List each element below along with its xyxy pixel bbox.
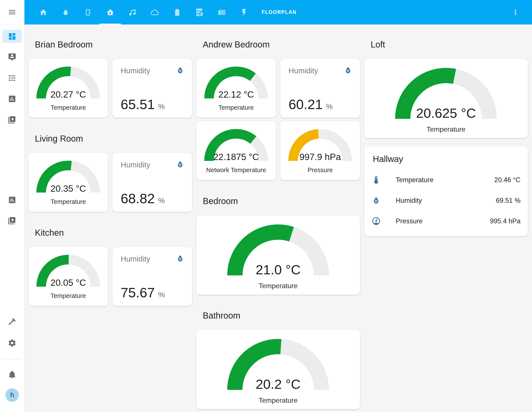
gauge-card-brian-temperature[interactable]: 20.27 °C Temperature (28, 59, 108, 118)
history-chart-box-icon (8, 196, 17, 204)
gauge-label: Temperature (28, 104, 108, 111)
sensor-title: Humidity (121, 255, 150, 263)
entity-name: Humidity (396, 197, 496, 205)
gauge-label: Temperature (28, 292, 108, 299)
entity-row-humidity[interactable]: Humidity 69.51 % (371, 190, 521, 211)
tab-home[interactable] (32, 0, 54, 25)
section-title-bedroom: Bedroom (203, 194, 360, 208)
media-play-box-icon (8, 216, 17, 225)
gauge-card-bathroom-temperature[interactable]: 20.2 °C Temperature (196, 330, 360, 409)
app-header: FLOORPLAN (24, 0, 532, 25)
sensor-unit: % (326, 102, 333, 111)
gauge-card-bedroom-temperature[interactable]: 21.0 °C Temperature (196, 215, 360, 295)
entity-rows: Temperature 20.46 °C Humidity 69.51 % (371, 170, 521, 231)
gauge-label: Temperature (28, 198, 108, 205)
tab-weather[interactable] (144, 0, 166, 25)
card-row: 22.12 °C Temperature Humidity 60.21 % (196, 59, 360, 118)
temperature-gauge: 21.0 °C (227, 225, 329, 275)
temperature-gauge: 20.35 °C (36, 161, 100, 193)
gauge-card-loft-temperature[interactable]: 20.625 °C Temperature (364, 59, 528, 138)
tab-nas[interactable] (210, 0, 233, 25)
server-security-icon (195, 8, 204, 17)
tab-door[interactable] (77, 0, 99, 25)
sensor-unit: % (158, 290, 165, 299)
sidebar-bottom-divider (2, 359, 22, 359)
notifications-button[interactable] (5, 367, 19, 382)
water-percent-icon (371, 196, 381, 205)
sensor-card-andrew-humidity[interactable]: Humidity 60.21 % (280, 59, 360, 118)
sensor-card-brian-humidity[interactable]: Humidity 65.51 % (113, 59, 192, 118)
network-temperature-gauge: 22.1875 °C (204, 129, 268, 161)
sensor-value: 60.21 (288, 97, 323, 112)
section-title-living-room: Living Room (35, 132, 192, 146)
section-title-andrew-bedroom: Andrew Bedroom (203, 38, 360, 51)
temperature-gauge: 20.625 °C (395, 68, 497, 119)
lightning-bolt-icon (240, 8, 248, 17)
temperature-gauge: 20.2 °C (227, 339, 329, 390)
sensor-value-row: 68.82 % (121, 191, 165, 206)
entities-card-hallway: Hallway Temperature 20.46 °C Humidity (364, 146, 528, 236)
sensor-card-living-humidity[interactable]: Humidity 68.82 % (113, 153, 192, 212)
sidebar-item-media-browser[interactable] (5, 112, 19, 127)
sidebar-item-history[interactable] (5, 92, 19, 106)
sensor-unit: % (158, 102, 165, 111)
gauge-label: Temperature (196, 282, 360, 290)
sensor-card-header: Humidity (113, 59, 192, 76)
gauge-card-andrew-pressure[interactable]: 997.9 hPa Pressure (280, 121, 360, 180)
home-assistant-app: h (0, 0, 532, 412)
thermometer-icon (371, 175, 381, 185)
column-2: Andrew Bedroom 22.12 °C Temperature Humi… (196, 25, 360, 412)
sensor-unit: % (158, 196, 165, 205)
cloud-icon (151, 8, 159, 17)
tab-energy[interactable] (233, 0, 255, 25)
gauge-card-kitchen-temperature[interactable]: 20.05 °C Temperature (28, 247, 108, 306)
sensor-card-kitchen-humidity[interactable]: Humidity 75.67 % (113, 247, 192, 306)
entity-value: 69.51 % (496, 197, 521, 205)
tab-music[interactable] (121, 0, 144, 25)
water-percent-icon (176, 254, 185, 264)
nas-icon (218, 8, 226, 17)
gauge-value: 22.1875 °C (204, 152, 268, 162)
sidebar-item-history-2[interactable] (5, 193, 19, 207)
entity-row-pressure[interactable]: Pressure 995.4 hPa (371, 211, 521, 231)
sidebar-item-map[interactable] (5, 50, 19, 64)
sidebar-item-logbook[interactable] (5, 71, 19, 85)
water-percent-icon (176, 160, 185, 170)
sensor-title: Humidity (121, 66, 150, 75)
sensor-title: Humidity (121, 160, 150, 169)
hamburger-menu-button[interactable] (5, 5, 19, 19)
gauge-card-andrew-temperature[interactable]: 22.12 °C Temperature (196, 59, 276, 118)
entities-card-title: Hallway (371, 146, 521, 164)
sidebar-item-overview[interactable] (2, 30, 22, 43)
home-thermometer-icon (106, 8, 114, 17)
media-play-box-icon (8, 115, 17, 124)
tab-battery[interactable] (166, 0, 188, 25)
section-title-kitchen: Kitchen (35, 226, 192, 240)
home-icon (39, 8, 48, 17)
water-drop-icon (62, 8, 70, 17)
sidebar-item-media-browser-2[interactable] (5, 213, 19, 227)
sidebar-item-developer-tools[interactable] (5, 314, 19, 329)
entity-value: 995.4 hPa (490, 217, 521, 225)
gauge-card-living-temperature[interactable]: 20.35 °C Temperature (28, 153, 108, 212)
hamburger-menu-icon (8, 8, 17, 17)
sensor-value: 65.51 (121, 97, 155, 112)
gear-icon (8, 339, 17, 347)
entity-row-temperature[interactable]: Temperature 20.46 °C (371, 170, 521, 190)
tab-floorplan[interactable] (99, 0, 121, 25)
user-avatar[interactable]: h (5, 388, 19, 402)
overflow-menu-button[interactable] (510, 6, 522, 19)
sensor-value: 68.82 (121, 191, 155, 206)
pressure-gauge: 997.9 hPa (288, 129, 352, 161)
entity-value: 20.46 °C (494, 176, 521, 184)
gauge-card-andrew-network-temperature[interactable]: 22.1875 °C Network Temperature (196, 121, 276, 180)
battery-icon (173, 8, 181, 17)
sidebar-item-settings[interactable] (5, 336, 19, 350)
card-row: 20.27 °C Temperature Humidity 65.51 % (28, 59, 192, 118)
sensor-value-row: 60.21 % (288, 97, 333, 112)
tab-server[interactable] (188, 0, 210, 25)
gauge-value: 997.9 hPa (288, 152, 352, 162)
logbook-list-icon (8, 74, 17, 82)
tab-water[interactable] (54, 0, 77, 25)
card-row: 22.1875 °C Network Temperature 997.9 hPa… (196, 121, 360, 180)
